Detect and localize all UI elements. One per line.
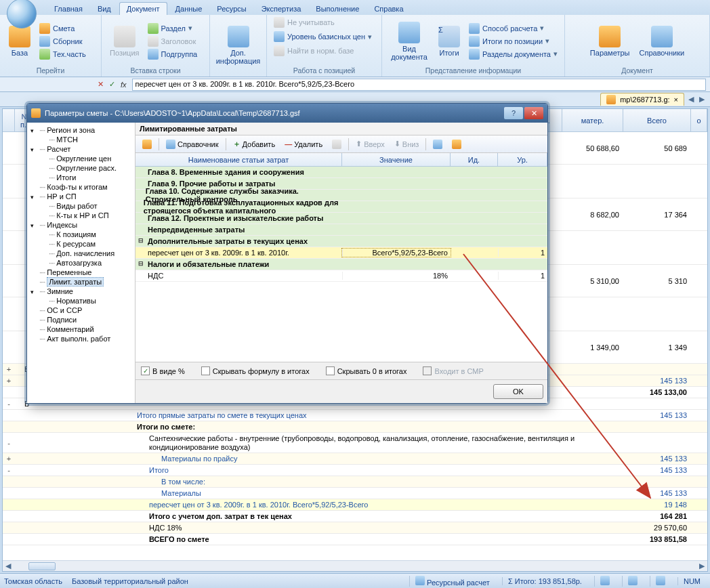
tool-add[interactable]: ＋Добавить [230,138,278,150]
tab-exec[interactable]: Выполнение [309,3,366,15]
scroll-left-icon[interactable]: ◀ [3,562,14,570]
tree-node[interactable]: ▾···· Зимние [28,287,132,296]
grid-body[interactable]: Глава 8. Временные здания и сооруженияГл… [135,167,547,362]
tree-node[interactable]: ···· К ресурсам [28,239,132,249]
tree-node[interactable]: ···· Коэф-ты к итогам [28,182,132,192]
col-total[interactable]: Всего [623,109,691,131]
grid-row[interactable]: ⊟Дополнительные затраты в текущих ценах [135,236,547,247]
viddoc-button[interactable]: Вид документа [386,16,432,66]
table-row[interactable]: Материалы145 133 [3,488,707,499]
fx-accept-icon[interactable]: ✓ [109,80,115,89]
gcol-name[interactable]: Наименование статьи затрат [135,153,342,166]
tree-node[interactable]: ···· Переменные [28,268,132,277]
sposob-button[interactable]: Способ расчета▾ [466,22,560,35]
razdel-button[interactable]: Раздел▾ [145,22,201,35]
formula-input[interactable]: пересчет цен от 3 кв. 2009г. в 1 кв. 201… [132,79,706,91]
chk-hideformula[interactable]: Скрывать формулу в итогах [201,366,310,375]
gcol-id[interactable]: Ид. [451,153,498,166]
tool-open[interactable] [449,139,464,150]
sbornik-button[interactable]: Сборник [37,35,89,47]
tab-help[interactable]: Справка [367,3,410,15]
grid-row[interactable]: Глава 11. Подготовка эксплуатационных ка… [135,201,547,213]
col-o[interactable]: о [691,109,707,131]
dialog-help-button[interactable]: ? [504,107,523,119]
tree-node[interactable]: ▾···· Регион и зона [28,125,132,135]
dialog-close-button[interactable]: ✕ [524,107,543,119]
neuchit-button[interactable]: Не учитывать [271,16,375,28]
table-row[interactable]: -Итого145 133 [3,465,707,476]
tab-expertise[interactable]: Экспертиза [255,3,308,15]
tab-resources[interactable]: Ресурсы [210,3,253,15]
tree-node[interactable]: ···· Округление расх. [28,163,132,173]
ubc-button[interactable]: Уровень базисных цен▾ [271,30,375,43]
tree-node[interactable]: ···· МТСН [28,135,132,144]
tool-edit[interactable] [329,139,344,150]
doc-tab-close-icon[interactable]: × [674,96,678,104]
tool-print[interactable] [140,139,154,150]
tool-up[interactable]: ⬆Вверх [353,139,388,149]
tool-save[interactable] [430,139,445,150]
doc-tab[interactable]: mp\2687713.g: × [600,93,684,106]
status-calc[interactable]: Ресурсный расчет [427,579,490,587]
tree-node[interactable]: ▾···· НР и СП [28,192,132,201]
grid-row[interactable]: НДС18%1 [135,270,547,282]
tree-node[interactable]: ···· Нормативы [28,296,132,306]
chk-pct[interactable]: ✓В виде % [141,366,185,375]
tab-document[interactable]: Документ [119,2,167,15]
position-button[interactable]: Позиция [106,16,144,66]
grid-row[interactable]: пересчет цен от 3 кв. 2009г. в 1 кв. 201… [135,247,547,259]
table-row[interactable]: ВСЕГО по смете193 851,58 [3,534,707,545]
table-row[interactable]: В том числе: [3,476,707,488]
grid-row[interactable]: Глава 12. Проектные и изыскательские раб… [135,213,547,224]
table-row[interactable]: -Сантехнические работы - внутренние (тру… [3,433,707,453]
table-row[interactable]: Итого прямые затраты по смете в текущих … [3,410,707,421]
grid-row[interactable]: Глава 8. Временные здания и сооружения [135,167,547,178]
itogi-button[interactable]: ΣИтоги [434,16,465,66]
tree-node[interactable]: ···· Лимит. затраты [28,277,132,287]
tree-node[interactable]: ▾···· Расчет [28,144,132,154]
tool-sprav[interactable]: Справочник [163,139,222,150]
tree-node[interactable]: ···· Виды работ [28,201,132,211]
hscrollbar[interactable]: ◀ ▶ [3,560,707,571]
tree-node[interactable]: ···· Округление цен [28,154,132,163]
sb-icon1[interactable] [600,576,610,585]
rdoc-button[interactable]: Разделы документа▾ [466,48,560,60]
podgruppa-button[interactable]: Подгруппа [145,48,201,60]
grid-row[interactable]: Непредвиденные затраты [135,224,547,236]
status-terr[interactable]: Базовый территориальный район [72,577,188,585]
tab-view[interactable]: Вид [91,3,118,15]
status-region[interactable]: Томская область [4,577,62,585]
dopinfo-button[interactable]: Доп. информация [214,16,262,74]
norm-button[interactable]: Найти в норм. базе [271,45,375,57]
table-row[interactable]: Итого с учетом доп. затрат в тек ценах16… [3,511,707,522]
tree-node[interactable]: ···· Акт выполн. работ [28,334,132,343]
tree-node[interactable]: ···· Подписи [28,315,132,324]
tree-node[interactable]: ···· Доп. начисления [28,249,132,258]
fx-icon[interactable]: fx [121,81,127,89]
tree-node[interactable]: ···· Комментарий [28,324,132,334]
table-row[interactable]: +Материалы по прайсу145 133 [3,453,707,465]
zagolovok-button[interactable]: Заголовок [145,35,201,47]
sb-icon3[interactable] [656,576,665,585]
tabs-right-icon[interactable]: ▶ [698,95,706,104]
tab-data[interactable]: Данные [169,3,209,15]
ipoz-button[interactable]: Итоги по позиции▾ [466,35,560,47]
tabs-left-icon[interactable]: ◀ [687,95,695,104]
grid-row[interactable]: ⊟Налоги и обязательные платежи [135,259,547,270]
tree-node[interactable]: ···· К позициям [28,230,132,239]
col-mater[interactable]: матер. [562,109,623,131]
tab-main[interactable]: Главная [47,3,89,15]
params-button[interactable]: Параметры [586,16,634,66]
scroll-right-icon[interactable]: ▶ [696,562,707,570]
table-row[interactable]: Итоги по смете: [3,421,707,433]
params-tree[interactable]: ▾···· Регион и зона···· МТСН▾···· Расчет… [27,123,135,403]
tree-node[interactable]: ···· ОС и ССР [28,306,132,315]
app-orb[interactable] [7,0,37,28]
gcol-val[interactable]: Значение [342,153,451,166]
dialog-titlebar[interactable]: Параметры сметы - C:\Users\ADOSTO~1\AppD… [27,104,547,123]
gcol-ur[interactable]: Ур. [498,153,547,166]
fx-cancel-icon[interactable]: ✕ [98,80,104,89]
scroll-thumb[interactable] [28,562,56,570]
tree-node[interactable]: ▾···· Индексы [28,220,132,230]
table-row[interactable]: пересчет цен от 3 кв. 2009г. в 1 кв. 201… [3,499,707,511]
